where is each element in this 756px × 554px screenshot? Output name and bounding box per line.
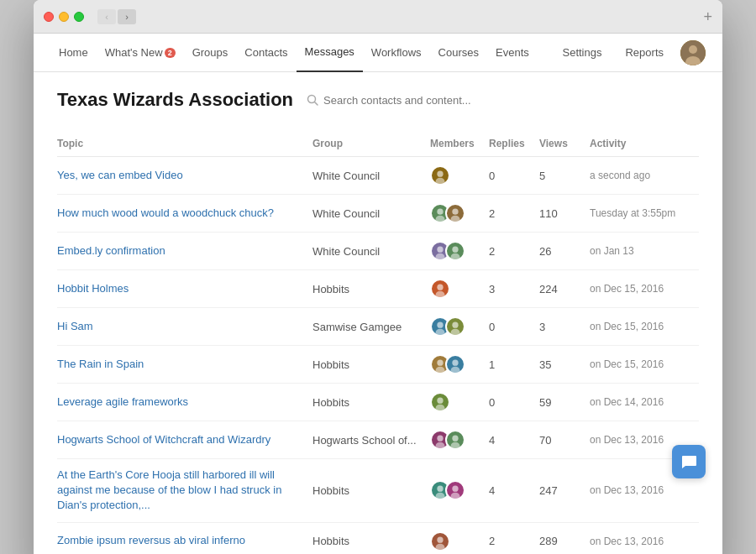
replies-cell: 0 <box>489 170 539 182</box>
topic-cell[interactable]: The Rain in Spain <box>57 357 312 372</box>
svg-point-6 <box>436 178 445 185</box>
replies-cell: 2 <box>489 535 539 547</box>
nav-whats-new[interactable]: What's New2 <box>97 34 184 72</box>
activity-cell: on Jan 13 <box>590 245 699 257</box>
activity-cell: Tuesday at 3:55pm <box>590 207 699 219</box>
replies-cell: 4 <box>489 484 539 497</box>
content-area: Texas Wizards Association Topic Group Me… <box>34 72 722 554</box>
close-button[interactable] <box>44 12 54 22</box>
members-cell <box>430 165 489 186</box>
avatar <box>445 354 465 374</box>
svg-point-17 <box>437 322 443 328</box>
replies-cell: 1 <box>489 358 539 371</box>
svg-point-36 <box>436 543 445 550</box>
svg-point-26 <box>436 405 445 411</box>
col-topic: Topic <box>57 138 312 149</box>
svg-point-14 <box>451 253 460 260</box>
table-row: Hi Sam Samwise Gamgee 0 3 on Dec 15, 201… <box>57 308 699 346</box>
views-cell: 70 <box>539 434 590 447</box>
avatar <box>430 165 450 186</box>
svg-point-28 <box>436 442 445 449</box>
nav-home[interactable]: Home <box>50 34 97 72</box>
group-cell: Hobbits <box>312 484 430 497</box>
topic-cell[interactable]: Zombie ipsum reversus ab viral inferno <box>57 533 312 548</box>
table-row: Hogwarts School of Witchcraft and Wizard… <box>57 421 699 459</box>
members-cell <box>430 316 489 337</box>
topic-cell[interactable]: Hi Sam <box>57 319 312 334</box>
nav-messages[interactable]: Messages <box>297 34 363 72</box>
members-cell <box>430 531 489 551</box>
svg-point-34 <box>451 493 460 499</box>
nav-arrows: ‹ › <box>97 9 136 24</box>
views-cell: 59 <box>539 396 590 409</box>
topic-cell[interactable]: Hogwarts School of Witchcraft and Wizard… <box>57 432 312 447</box>
add-tab-button[interactable]: + <box>703 9 712 24</box>
avatar <box>430 279 450 299</box>
svg-point-32 <box>436 493 445 499</box>
forward-button[interactable]: › <box>118 9 136 24</box>
table-row: Zombie ipsum reversus ab viral inferno H… <box>57 523 699 554</box>
activity-cell: a second ago <box>590 170 699 181</box>
svg-point-30 <box>451 442 460 449</box>
activity-cell: on Dec 15, 2016 <box>590 321 699 332</box>
svg-point-23 <box>452 360 458 366</box>
search-input[interactable] <box>323 94 508 107</box>
svg-point-35 <box>437 536 443 542</box>
topic-cell[interactable]: Yes, we can embed Video <box>57 168 312 183</box>
group-cell: Samwise Gamgee <box>312 321 430 333</box>
svg-point-31 <box>437 486 443 492</box>
nav-groups[interactable]: Groups <box>184 34 237 72</box>
topic-cell[interactable]: Leverage agile frameworks <box>57 395 312 410</box>
views-cell: 110 <box>539 207 590 220</box>
col-group: Group <box>312 138 430 149</box>
activity-cell: on Dec 13, 2016 <box>590 434 699 446</box>
nav-contacts[interactable]: Contacts <box>236 34 296 72</box>
svg-point-8 <box>436 216 445 222</box>
avatar <box>445 241 465 261</box>
nav-courses[interactable]: Courses <box>430 34 487 72</box>
topic-cell[interactable]: Embed.ly confirmation <box>57 243 312 259</box>
back-button[interactable]: ‹ <box>97 9 116 24</box>
nav-settings[interactable]: Settings <box>555 34 608 72</box>
topic-cell[interactable]: How much wood would a woodchuck chuck? <box>57 206 312 221</box>
views-cell: 247 <box>539 484 590 497</box>
svg-point-5 <box>437 171 443 177</box>
avatar <box>445 480 465 500</box>
group-cell: Hobbits <box>312 396 430 409</box>
svg-point-9 <box>452 209 458 215</box>
group-cell: White Council <box>312 207 430 220</box>
topic-cell[interactable]: At the Earth's Core Hooja still harbored… <box>57 468 312 514</box>
chat-bubble[interactable] <box>672 445 706 478</box>
svg-point-22 <box>436 367 445 374</box>
members-cell <box>430 392 489 412</box>
views-cell: 289 <box>539 535 590 547</box>
group-cell: Hobbits <box>312 535 430 547</box>
svg-point-33 <box>452 486 458 492</box>
svg-point-21 <box>437 360 443 366</box>
members-cell <box>430 480 489 500</box>
members-cell <box>430 354 489 374</box>
messages-table: Topic Group Members Replies Views Activi… <box>57 131 699 554</box>
nav-workflows[interactable]: Workflows <box>363 34 430 72</box>
user-avatar[interactable] <box>680 40 706 65</box>
table-row: Leverage agile frameworks Hobbits 0 59 o… <box>57 384 699 421</box>
nav-events[interactable]: Events <box>487 34 538 72</box>
members-cell <box>430 430 489 450</box>
views-cell: 224 <box>539 283 590 295</box>
members-cell <box>430 241 489 261</box>
replies-cell: 0 <box>489 396 539 409</box>
views-cell: 5 <box>539 170 590 182</box>
svg-point-20 <box>451 329 460 336</box>
replies-cell: 2 <box>489 207 539 220</box>
fullscreen-button[interactable] <box>74 12 84 22</box>
group-cell: White Council <box>312 245 430 258</box>
group-cell: Hogwarts School of... <box>312 434 430 447</box>
top-navigation: Home What's New2 Groups Contacts Message… <box>34 34 722 72</box>
avatar <box>445 430 465 450</box>
minimize-button[interactable] <box>59 12 69 22</box>
svg-point-25 <box>437 398 443 404</box>
topic-cell[interactable]: Hobbit Holmes <box>57 281 312 296</box>
nav-reports[interactable]: Reports <box>618 34 670 72</box>
nav-right: Settings Reports <box>555 34 706 72</box>
svg-point-1 <box>689 45 697 54</box>
